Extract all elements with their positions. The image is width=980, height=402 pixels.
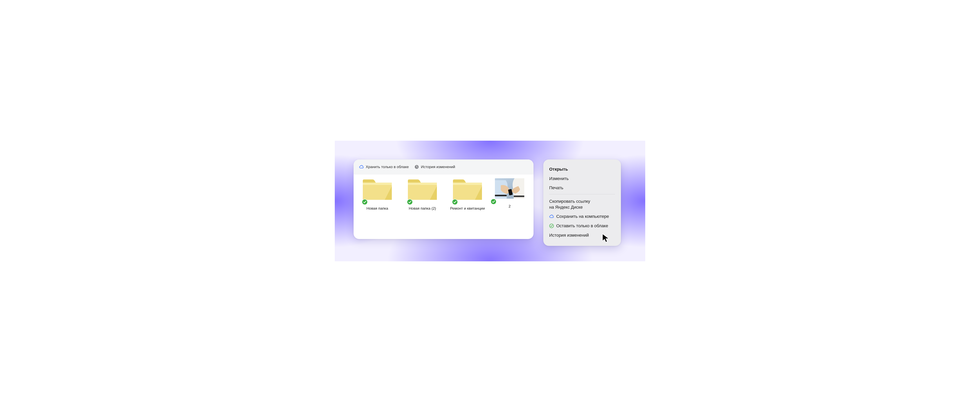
sync-badge-icon	[491, 199, 496, 205]
toolbar-history-label: История изменений	[421, 165, 455, 169]
context-copy-link[interactable]: Скопировать ссылку на Яндекс Диске	[549, 197, 615, 212]
svg-rect-11	[495, 195, 507, 196]
folder-item[interactable]: Ремонт и квитанции	[449, 178, 486, 211]
context-separator	[549, 194, 615, 194]
context-print-label: Печать	[549, 185, 563, 191]
context-cloud-only-label: Оставить только в облаке	[556, 223, 608, 229]
context-print[interactable]: Печать	[549, 183, 615, 192]
image-item[interactable]: 2	[494, 178, 525, 208]
context-copy-link-label: Скопировать ссылку на Яндекс Диске	[549, 199, 590, 210]
sync-badge-icon	[452, 199, 458, 205]
context-save-local[interactable]: Сохранить на компьютере	[549, 212, 615, 221]
sync-badge-icon	[407, 199, 413, 205]
folder-icon	[406, 178, 439, 204]
folder-icon	[361, 178, 394, 204]
svg-rect-12	[514, 195, 524, 197]
svg-rect-5	[408, 183, 437, 185]
context-open-label: Открыть	[549, 166, 568, 172]
context-cloud-only[interactable]: Оставить только в облаке	[549, 221, 615, 230]
file-label: Новая папка (2)	[404, 206, 441, 211]
toolbar-cloud-only-label: Хранить только в облаке	[366, 165, 409, 169]
context-edit-label: Изменить	[549, 176, 569, 182]
cloud-icon	[359, 165, 364, 169]
clock-icon	[414, 165, 419, 169]
context-open[interactable]: Открыть	[549, 165, 615, 174]
explorer-toolbar: Хранить только в облаке История изменени…	[353, 159, 533, 174]
stage: Хранить только в облаке История изменени…	[335, 141, 645, 261]
svg-rect-2	[363, 183, 392, 185]
toolbar-history[interactable]: История изменений	[414, 165, 455, 169]
folder-item[interactable]: Новая папка (2)	[404, 178, 441, 211]
sync-badge-icon	[362, 199, 368, 205]
explorer-body: Новая папка Новая папка (2)	[353, 174, 533, 211]
folder-item[interactable]: Новая папка	[359, 178, 396, 211]
context-menu: Открыть Изменить Печать Скопировать ссыл…	[543, 159, 621, 246]
context-edit[interactable]: Изменить	[549, 174, 615, 183]
toolbar-cloud-only[interactable]: Хранить только в облаке	[359, 165, 409, 169]
folder-icon	[451, 178, 484, 204]
context-save-local-label: Сохранить на компьютере	[556, 213, 609, 219]
file-label: Ремонт и квитанции	[449, 206, 486, 211]
check-circle-icon	[549, 224, 554, 228]
image-thumbnail	[495, 178, 524, 199]
explorer-window: Хранить только в облаке История изменени…	[353, 159, 533, 239]
context-history[interactable]: История изменений	[549, 230, 615, 240]
context-history-label: История изменений	[549, 232, 589, 238]
svg-rect-8	[453, 183, 482, 185]
file-label: Новая папка	[359, 206, 396, 211]
file-label: 2	[494, 204, 525, 208]
cloud-icon	[549, 214, 554, 219]
